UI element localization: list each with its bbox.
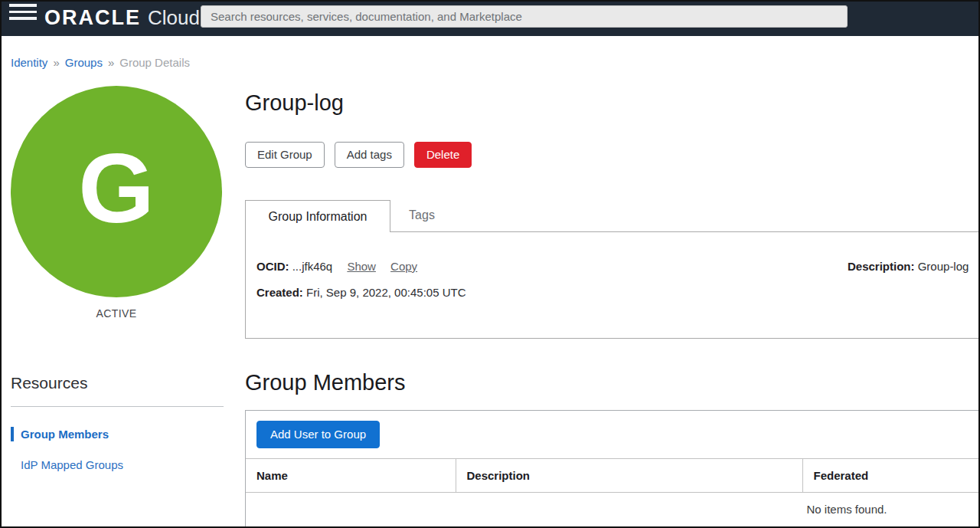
group-avatar-block: G ACTIVE: [11, 86, 222, 320]
breadcrumb: Identity»Groups»Group Details: [11, 56, 978, 69]
table-toolbar: Add User to Group: [246, 411, 980, 458]
resources-divider: [11, 406, 224, 407]
breadcrumb-link-identity[interactable]: Identity: [11, 56, 47, 69]
sidebar-item-group-members[interactable]: Group Members: [11, 427, 245, 441]
hamburger-bar: [9, 11, 37, 14]
main-content: Group-log Edit Group Add tags Delete Gro…: [245, 69, 980, 527]
breadcrumb-separator: »: [53, 56, 59, 69]
oracle-cloud-console: { "topbar": { "logo_primary": "ORACLE", …: [0, 0, 980, 528]
breadcrumb-current-page: Group Details: [119, 56, 190, 69]
description-row: Description: Group-log: [848, 260, 980, 273]
column-header-federated: Federated: [802, 459, 980, 493]
tab-tags[interactable]: Tags: [390, 199, 453, 231]
group-info-left-column: OCID: ...jfk46q Show Copy Created: Fri, …: [246, 232, 848, 338]
column-header-description: Description: [456, 459, 802, 493]
group-members-card: Add User to Group Name Description Feder…: [245, 410, 980, 527]
tab-group-information[interactable]: Group Information: [245, 200, 390, 232]
logo-cloud-text: Cloud: [148, 6, 200, 30]
description-value: Group-log: [918, 260, 969, 273]
avatar-letter: G: [78, 139, 155, 244]
sidebar-item-idp-mapped-groups[interactable]: IdP Mapped Groups: [11, 457, 245, 472]
sidebar-item-label: IdP Mapped Groups: [11, 457, 123, 472]
sidebar-item-label: Group Members: [14, 427, 109, 441]
group-information-panel: OCID: ...jfk46q Show Copy Created: Fri, …: [245, 231, 980, 339]
ocid-label: OCID:: [256, 260, 289, 273]
created-label: Created:: [256, 286, 303, 299]
description-label: Description:: [848, 260, 915, 273]
hamburger-menu-icon[interactable]: [9, 2, 37, 25]
ocid-copy-link[interactable]: Copy: [390, 260, 417, 273]
group-members-table: Name Description Federated No items foun…: [246, 458, 980, 526]
top-navigation-bar: ORACLE Cloud: [2, 2, 978, 36]
add-tags-button[interactable]: Add tags: [335, 142, 404, 168]
oracle-cloud-logo: ORACLE Cloud: [44, 6, 200, 30]
logo-oracle-text: ORACLE: [44, 6, 141, 30]
ocid-row: OCID: ...jfk46q Show Copy: [256, 260, 848, 273]
delete-button[interactable]: Delete: [414, 142, 472, 168]
empty-table-row: No items found.: [246, 493, 980, 527]
hamburger-bar: [9, 17, 37, 20]
status-badge: ACTIVE: [11, 307, 222, 320]
edit-group-button[interactable]: Edit Group: [245, 142, 325, 168]
group-info-right-column: Description: Group-log: [848, 232, 980, 338]
resources-heading: Resources: [11, 374, 245, 392]
breadcrumb-link-groups[interactable]: Groups: [65, 56, 103, 69]
table-header-row: Name Description Federated: [246, 459, 980, 493]
page-content: G ACTIVE Resources Group Members IdP Map…: [2, 69, 978, 527]
column-header-name: Name: [246, 459, 456, 493]
page-title: Group-log: [245, 90, 980, 116]
hamburger-bar: [9, 4, 37, 7]
tab-bar: Group Information Tags: [245, 199, 980, 231]
created-row: Created: Fri, Sep 9, 2022, 00:45:05 UTC: [256, 286, 848, 299]
action-buttons-row: Edit Group Add tags Delete: [245, 142, 980, 168]
left-sidebar: G ACTIVE Resources Group Members IdP Map…: [2, 69, 245, 472]
breadcrumb-separator: »: [108, 56, 114, 69]
add-user-to-group-button[interactable]: Add User to Group: [256, 421, 380, 448]
ocid-value: ...jfk46q: [292, 260, 333, 273]
group-avatar: G: [11, 86, 222, 297]
created-value: Fri, Sep 9, 2022, 00:45:05 UTC: [306, 286, 466, 299]
no-items-message: No items found.: [246, 493, 980, 527]
group-members-heading: Group Members: [245, 370, 980, 395]
ocid-show-link[interactable]: Show: [347, 260, 376, 273]
search-input[interactable]: [201, 5, 848, 28]
